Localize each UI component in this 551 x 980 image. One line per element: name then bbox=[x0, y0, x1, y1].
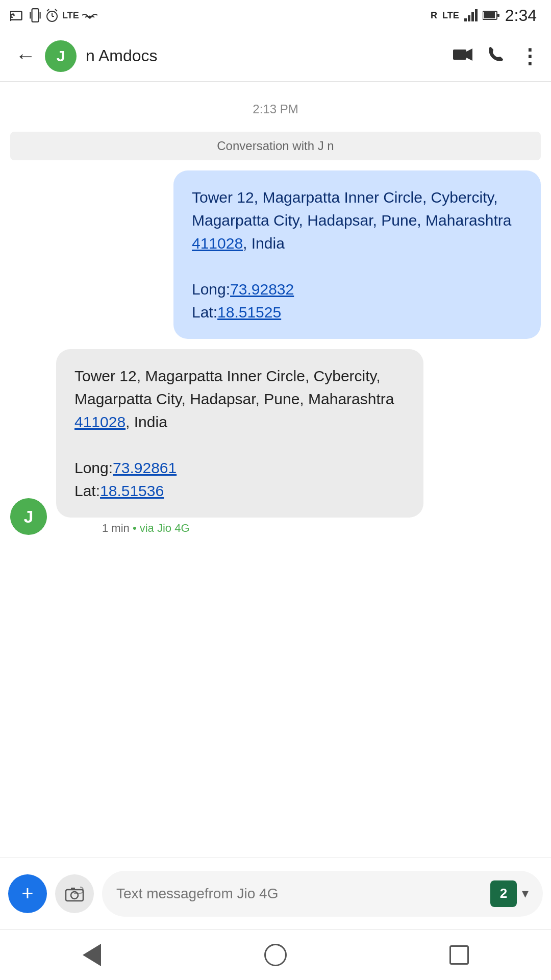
camera-icon bbox=[65, 886, 84, 902]
back-button[interactable]: ← bbox=[10, 39, 41, 72]
svg-rect-16 bbox=[497, 14, 499, 17]
svg-rect-13 bbox=[475, 9, 478, 21]
svg-rect-10 bbox=[464, 18, 467, 21]
sim-dropdown-button[interactable]: ▾ bbox=[522, 886, 529, 901]
message-meta: 1 min • via Jio 4G bbox=[56, 522, 423, 535]
received-long-link[interactable]: 73.92861 bbox=[113, 459, 177, 476]
received-message-wrap: J Tower 12, Magarpatta Inner Cir­cle, Cy… bbox=[10, 349, 541, 535]
phone-icon bbox=[488, 46, 504, 62]
action-icons: ⋮ bbox=[453, 44, 541, 68]
received-pincode-link[interactable]: 411028 bbox=[74, 413, 126, 430]
status-bar: LTE R LTE 2:34 bbox=[0, 0, 551, 31]
contact-avatar: J bbox=[45, 40, 77, 72]
timestamp-label: 2:13 PM bbox=[10, 102, 541, 116]
nav-back-icon bbox=[83, 944, 101, 966]
vibrate-icon bbox=[29, 8, 42, 23]
nav-recent-button[interactable] bbox=[439, 935, 480, 975]
svg-line-8 bbox=[47, 9, 49, 11]
sent-address: Tower 12, Magarpatta Inner Cir­cle, Cybe… bbox=[192, 189, 511, 252]
input-area: + 2 ▾ bbox=[0, 857, 551, 929]
svg-rect-21 bbox=[71, 888, 75, 890]
svg-marker-18 bbox=[466, 48, 472, 61]
r-label: R bbox=[431, 10, 437, 21]
nav-back-button[interactable] bbox=[71, 935, 112, 975]
svg-rect-0 bbox=[10, 12, 22, 20]
video-icon bbox=[453, 47, 472, 62]
message-input-wrap[interactable]: 2 ▾ bbox=[102, 871, 543, 917]
alarm-icon bbox=[45, 8, 59, 22]
svg-rect-12 bbox=[471, 12, 474, 21]
cast-icon bbox=[10, 9, 26, 21]
conversation-area: 2:13 PM Conversation with J n Tower 12, … bbox=[0, 82, 551, 857]
received-long: Long:73.92861 bbox=[74, 459, 177, 476]
more-options-button[interactable]: ⋮ bbox=[519, 44, 541, 68]
status-right: R LTE 2:34 bbox=[431, 6, 537, 25]
status-left-icons: LTE bbox=[10, 8, 97, 23]
received-lat: Lat:18.51536 bbox=[74, 482, 164, 499]
camera-button[interactable] bbox=[55, 874, 94, 913]
sent-long: Long:73.92832 bbox=[192, 281, 294, 298]
svg-rect-2 bbox=[32, 9, 39, 22]
nav-recent-icon bbox=[449, 945, 469, 965]
lte-label: LTE bbox=[442, 10, 459, 21]
svg-rect-11 bbox=[468, 15, 470, 21]
action-bar: ← J n Amdocs ⋮ bbox=[0, 31, 551, 82]
sent-long-link[interactable]: 73.92832 bbox=[230, 281, 294, 298]
received-address: Tower 12, Magarpatta Inner Cir­cle, Cybe… bbox=[74, 368, 394, 430]
nav-home-icon bbox=[264, 944, 287, 966]
message-input[interactable] bbox=[116, 886, 485, 902]
svg-rect-17 bbox=[453, 50, 466, 60]
battery-icon bbox=[483, 10, 500, 20]
conversation-label: Conversation with J n bbox=[10, 132, 541, 160]
sent-lat-link[interactable]: 18.51525 bbox=[217, 304, 281, 321]
contact-name[interactable]: n Amdocs bbox=[86, 46, 453, 65]
nav-home-button[interactable] bbox=[255, 935, 296, 975]
svg-line-9 bbox=[55, 9, 57, 11]
sender-avatar: J bbox=[10, 498, 47, 535]
sent-message-bubble: Tower 12, Magarpatta Inner Cir­cle, Cybe… bbox=[173, 170, 541, 339]
received-lat-link[interactable]: 18.51536 bbox=[100, 482, 164, 499]
add-button[interactable]: + bbox=[8, 874, 47, 913]
lte-badge: LTE bbox=[62, 10, 79, 21]
sent-pincode-link[interactable]: 411028 bbox=[192, 235, 243, 252]
svg-rect-15 bbox=[484, 12, 495, 18]
sent-lat: Lat:18.51525 bbox=[192, 304, 281, 321]
nav-bar bbox=[0, 929, 551, 980]
sim-badge[interactable]: 2 bbox=[490, 880, 517, 907]
signal-icon bbox=[464, 9, 478, 21]
received-message-bubble: Tower 12, Magarpatta Inner Cir­cle, Cybe… bbox=[56, 349, 423, 518]
svg-point-1 bbox=[10, 18, 12, 21]
video-call-button[interactable] bbox=[453, 46, 472, 66]
voice-call-button[interactable] bbox=[488, 46, 504, 66]
time-display: 2:34 bbox=[505, 6, 537, 25]
wifi-icon bbox=[82, 9, 97, 21]
